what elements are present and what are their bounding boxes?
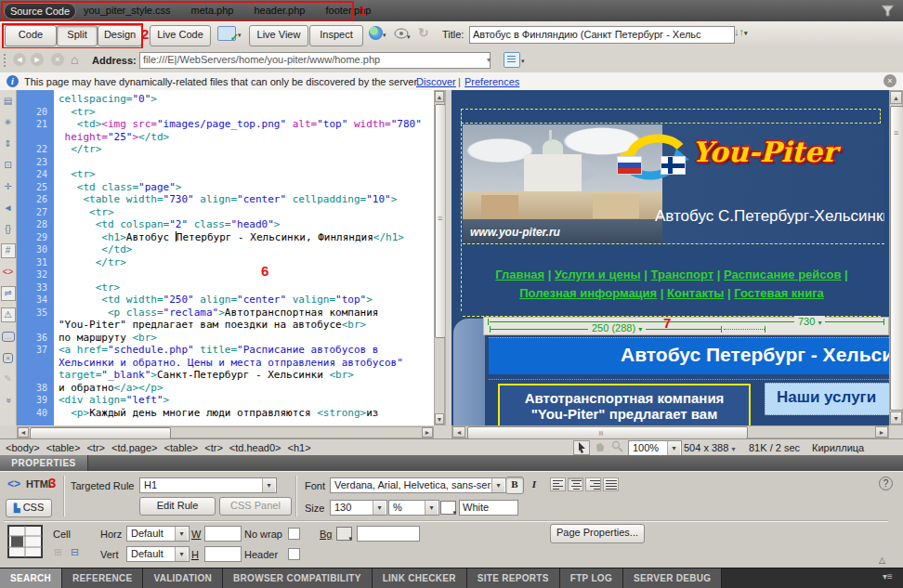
file-management-icon[interactable]: ↓↑▾ bbox=[734, 26, 748, 37]
promo-box[interactable]: Автотранспортная компания "You-Piter" пр… bbox=[498, 384, 751, 425]
live-view-button[interactable]: Live View bbox=[249, 25, 308, 46]
collapse-full-tag-icon[interactable]: ⇕ bbox=[1, 137, 16, 151]
preview-dropdown-arrow[interactable]: ▾ bbox=[383, 32, 386, 39]
nav-link[interactable]: Услуги и цены bbox=[555, 268, 641, 281]
zoom-tool-icon[interactable] bbox=[609, 440, 625, 455]
vert-select[interactable]: Default▾ bbox=[126, 546, 190, 562]
close-info-bar-icon[interactable]: × bbox=[883, 74, 896, 87]
line-numbers-icon[interactable]: # bbox=[1, 243, 16, 258]
split-cell-icon[interactable]: ⊟ bbox=[71, 546, 79, 558]
page-heading-bar[interactable]: Автобус Петербург - Хельсинки bbox=[489, 337, 889, 374]
design-scroll-thumb[interactable]: ≡ bbox=[890, 106, 903, 411]
stop-icon[interactable]: × bbox=[51, 53, 64, 66]
results-tab-link-checker[interactable]: LINK CHECKER bbox=[373, 568, 467, 588]
panel-menu-icon[interactable]: ▾≡ bbox=[883, 571, 893, 581]
options-dropdown-arrow[interactable]: ▾ bbox=[521, 58, 525, 65]
size-select[interactable]: 130▾ bbox=[330, 500, 387, 516]
results-tab-search[interactable]: SEARCH bbox=[0, 568, 62, 588]
nav-link[interactable]: Контакты bbox=[667, 286, 724, 300]
live-code-button[interactable]: Live Code bbox=[150, 25, 211, 46]
targeted-rule-select[interactable]: H1▾ bbox=[139, 477, 277, 493]
apply-comment-icon[interactable]: … bbox=[1, 329, 16, 344]
scroll-down-icon[interactable]: ▼ bbox=[435, 413, 444, 425]
design-scroll-down-icon[interactable]: ▼ bbox=[890, 412, 902, 425]
width-marker-730[interactable]: 730 ▾ bbox=[794, 316, 825, 327]
table-width-bar[interactable]: 730 ▾ 250 (288) ▾ bbox=[483, 317, 889, 335]
address-dropdown-arrow[interactable]: ▾ bbox=[487, 56, 491, 64]
select-parent-tag-icon[interactable]: ◄ bbox=[1, 201, 16, 216]
align-center-icon[interactable] bbox=[568, 477, 583, 491]
collapse-selection-icon[interactable]: ⊡ bbox=[1, 158, 16, 173]
toolbar-grip[interactable] bbox=[4, 54, 9, 67]
align-right-icon[interactable] bbox=[585, 477, 601, 491]
align-justify-icon[interactable] bbox=[603, 477, 619, 491]
title-input[interactable]: Автобус в Финляндию (Санкт Петербург - Х… bbox=[469, 26, 735, 44]
nav-link[interactable]: Гостевая книга bbox=[734, 286, 824, 300]
nav-link[interactable]: Полезная информация bbox=[519, 286, 657, 300]
results-tab-validation[interactable]: VALIDATION bbox=[143, 568, 223, 588]
nav-link[interactable]: Главная bbox=[495, 268, 544, 281]
highlight-invalid-code-icon[interactable]: <> bbox=[1, 265, 16, 280]
visual-aids-eye-icon[interactable]: ▾ bbox=[394, 27, 411, 40]
forward-icon[interactable]: ► bbox=[31, 53, 44, 66]
header-checkbox[interactable] bbox=[288, 548, 300, 560]
discover-link[interactable]: Discover bbox=[416, 76, 456, 87]
design-scroll-right-icon[interactable]: ► bbox=[875, 426, 888, 438]
services-box[interactable]: Наши услуги bbox=[765, 383, 889, 415]
scroll-left-icon[interactable]: ◄ bbox=[18, 427, 29, 438]
inspect-button[interactable]: Inspect bbox=[309, 25, 363, 46]
results-tab-server-debug[interactable]: SERVER DEBUG bbox=[623, 568, 722, 588]
balance-braces-icon[interactable]: {} bbox=[1, 222, 16, 237]
design-hscroll-thumb[interactable]: ≡ bbox=[467, 426, 748, 439]
merge-cells-icon[interactable]: ⊞ bbox=[54, 546, 62, 558]
bold-button[interactable]: B bbox=[505, 477, 524, 494]
results-tab-site-reports[interactable]: SITE REPORTS bbox=[467, 568, 560, 588]
syntax-error-alerts-icon[interactable]: ⚠ bbox=[1, 307, 16, 322]
code-editor[interactable]: cellspacing="0">20 <tr>21 <td><img src="… bbox=[17, 93, 434, 419]
filter-related-files-icon[interactable] bbox=[881, 4, 895, 18]
size-unit-select[interactable]: %▾ bbox=[388, 500, 439, 516]
results-tab-reference[interactable]: REFERENCE bbox=[62, 568, 143, 588]
site-banner[interactable]: www.you-piter.ru You-Piter Автобус С.Пет… bbox=[463, 124, 884, 244]
nowrap-checkbox[interactable] bbox=[288, 528, 300, 540]
design-view[interactable]: www.you-piter.ru You-Piter Автобус С.Пет… bbox=[452, 90, 889, 425]
width-marker-250[interactable]: 250 (288) ▾ bbox=[588, 322, 646, 333]
word-wrap-icon[interactable]: ⇌ bbox=[1, 286, 16, 301]
check-browser-compatibility-icon[interactable]: ✓ bbox=[217, 26, 236, 41]
magnification-select[interactable]: 100%▾ bbox=[628, 440, 682, 456]
tag-selector-item[interactable]: <table> bbox=[46, 442, 81, 453]
tag-selector-item[interactable]: <body> bbox=[6, 442, 40, 453]
tag-selector-item[interactable]: <table> bbox=[164, 442, 199, 453]
code-horizontal-scrollbar[interactable]: ◄ ► bbox=[17, 426, 434, 438]
text-color-swatch[interactable] bbox=[440, 501, 456, 515]
collapse-panel-icon[interactable]: △ bbox=[879, 555, 885, 565]
remove-comment-icon[interactable]: × bbox=[1, 350, 16, 365]
hand-tool-icon[interactable] bbox=[591, 440, 608, 455]
text-color-input[interactable]: White bbox=[459, 500, 518, 516]
code-vertical-scrollbar[interactable]: ▲ ≡ ▼ bbox=[434, 90, 445, 425]
font-select[interactable]: Verdana, Arial, Helvetica, sans-serif▾ bbox=[330, 477, 506, 493]
preferences-link[interactable]: Preferences bbox=[465, 76, 519, 87]
properties-tab[interactable]: PROPERTIES bbox=[0, 455, 88, 471]
nav-link[interactable]: Транспорт bbox=[651, 268, 714, 281]
edit-rule-button[interactable]: Edit Rule bbox=[139, 497, 216, 516]
cell-height-input[interactable] bbox=[204, 546, 242, 562]
check-compat-dropdown-arrow[interactable]: ▾ bbox=[238, 32, 242, 39]
design-horizontal-scrollbar[interactable]: ◄ ≡ ► bbox=[452, 425, 889, 438]
tag-selector-item[interactable]: <tr> bbox=[204, 442, 223, 453]
bg-color-swatch[interactable] bbox=[336, 527, 352, 541]
scroll-right-icon[interactable]: ► bbox=[422, 427, 433, 438]
css-mode-button[interactable]: ▙ CSS bbox=[6, 499, 52, 517]
horz-select[interactable]: Default▾ bbox=[126, 526, 190, 542]
results-tab-browser-compatibility[interactable]: BROWSER COMPATIBILITY bbox=[223, 568, 373, 588]
more-icon[interactable]: » bbox=[1, 393, 16, 408]
cell-width-input[interactable] bbox=[204, 526, 242, 542]
help-icon[interactable]: ? bbox=[879, 477, 893, 490]
tag-selector-item[interactable]: <tr> bbox=[86, 442, 105, 453]
nav-link[interactable]: Расписание рейсов bbox=[724, 268, 841, 281]
address-input[interactable]: file:///E|/WebServers/home/you-piter/www… bbox=[139, 52, 491, 69]
window-size-select[interactable]: 504 x 388 ▾ bbox=[684, 442, 735, 453]
bg-color-input[interactable] bbox=[357, 526, 420, 542]
align-left-icon[interactable] bbox=[550, 477, 566, 491]
select-tool-icon[interactable] bbox=[573, 440, 590, 455]
